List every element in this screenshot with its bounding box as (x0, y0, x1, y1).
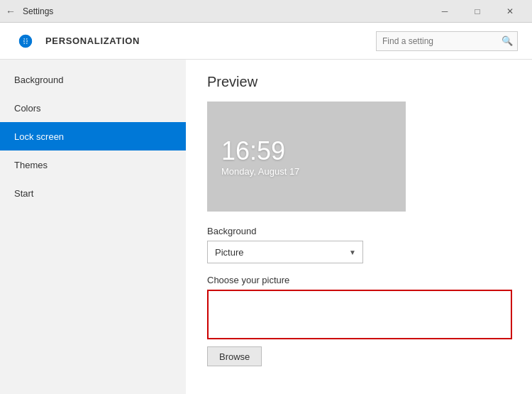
background-dropdown-container: Picture Slideshow Solid color ▼ (207, 241, 363, 263)
sidebar: Background Colors Lock screen Themes Sta… (0, 60, 186, 394)
personalization-icon (14, 30, 37, 53)
titlebar: ← Settings ─ □ ✕ (0, 0, 532, 23)
app-container: PERSONALIZATION 🔍 Background Colors Lock… (0, 23, 532, 394)
window-controls: ─ □ ✕ (428, 0, 526, 23)
preview-time: 16:59 (221, 136, 285, 166)
background-field-label: Background (207, 226, 511, 236)
close-button[interactable]: ✕ (494, 0, 526, 23)
browse-button[interactable]: Browse (207, 346, 262, 366)
sidebar-item-background[interactable]: Background (0, 65, 186, 94)
lock-screen-preview: 16:59 Monday, August 17 (207, 102, 406, 212)
background-dropdown[interactable]: Picture Slideshow Solid color (207, 241, 363, 263)
search-input[interactable] (377, 36, 497, 46)
minimize-button[interactable]: ─ (428, 0, 461, 23)
sidebar-label-lock-screen: Lock screen (14, 131, 64, 142)
search-icon: 🔍 (497, 35, 517, 46)
search-box[interactable]: 🔍 (376, 31, 518, 51)
main-content: Preview 16:59 Monday, August 17 Backgrou… (186, 60, 532, 394)
choose-picture-label: Choose your picture (207, 275, 511, 285)
picture-chooser-area[interactable] (207, 290, 512, 339)
app-header: PERSONALIZATION 🔍 (0, 23, 532, 60)
sidebar-item-themes[interactable]: Themes (0, 151, 186, 179)
sidebar-label-colors: Colors (14, 103, 41, 114)
sidebar-label-themes: Themes (14, 160, 48, 170)
preview-date: Monday, August 17 (221, 166, 299, 177)
sidebar-item-colors[interactable]: Colors (0, 94, 186, 122)
back-button[interactable]: ← (6, 6, 16, 17)
sidebar-item-start[interactable]: Start (0, 179, 186, 207)
content-area: Background Colors Lock screen Themes Sta… (0, 60, 532, 394)
sidebar-label-background: Background (14, 75, 63, 85)
sidebar-label-start: Start (14, 188, 33, 199)
maximize-button[interactable]: □ (461, 0, 494, 23)
sidebar-item-lock-screen[interactable]: Lock screen (0, 122, 186, 151)
section-heading: Preview (207, 74, 511, 90)
page-title: PERSONALIZATION (45, 35, 376, 46)
app-title: Settings (23, 6, 428, 16)
